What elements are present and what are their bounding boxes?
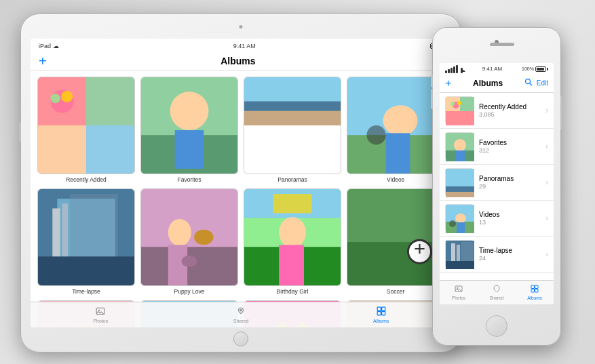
svg-rect-25 [38,256,134,285]
iphone-list-name-recently-added: Recently Added [479,103,540,110]
iphone-shared-icon [493,285,501,295]
ipad-tab-albums-label: Albums [373,319,389,323]
ipad-album-label-soccer: Soccer [387,288,404,295]
iphone-add-button[interactable]: + [445,77,451,89]
iphone-chevron-timelapse: › [545,249,548,259]
svg-point-6 [61,91,73,102]
ipad-navbar: + Albums [31,51,451,71]
ipad-home-button[interactable] [233,331,248,346]
iphone-list-info-panoramas: Panoramas 29 [479,175,540,190]
ipad-album-thumb-favorites [140,77,238,174]
iphone-signal-icon: ☁ [445,65,463,73]
ipad-album-thumb-puppy-love [140,188,238,286]
iphone-screen: ☁ 9:41 AM 100% + Albums [440,63,554,304]
svg-rect-4 [86,125,134,174]
iphone-battery-percent: 100% [522,66,534,71]
svg-rect-2 [86,77,134,125]
ipad-tabbar: Photos Shared Albums [31,302,451,327]
iphone-device: ☁ 9:41 AM 100% + Albums [432,27,561,346]
ipad-album-item[interactable]: Panoramas [244,77,341,183]
ipad-camera [239,25,243,28]
svg-point-7 [50,94,60,103]
ipad-album-item[interactable]: Time-lapse [37,188,135,295]
ipad-album-grid: Recently Added Favorites [31,71,451,327]
iphone-list-name-videos: Videos [479,211,540,218]
scene: iPad ☁ 9:41 AM + Albums [0,0,595,364]
ipad-shared-icon [236,306,246,318]
ipad-status-carrier: iPad ☁ [39,43,59,49]
svg-rect-81 [455,150,465,161]
svg-rect-94 [446,261,474,269]
ipad-album-label-videos: Videos [387,176,404,183]
svg-rect-99 [531,289,535,293]
iphone-chevron-favorites: › [545,142,548,151]
iphone-edit-button[interactable]: Edit [537,79,548,87]
svg-rect-97 [531,285,535,289]
ipad-tab-shared[interactable]: Shared [171,306,311,323]
svg-rect-100 [535,289,539,293]
svg-point-31 [182,256,197,267]
iphone-home-button[interactable] [486,315,507,337]
svg-point-65 [240,310,242,311]
svg-point-35 [279,217,306,247]
iphone-time: 9:41 AM [482,66,502,72]
ipad-side-button [19,123,21,142]
svg-point-70 [525,79,530,84]
svg-point-10 [170,92,209,130]
iphone-volume-down [431,89,433,109]
iphone-thumb-favorites [445,132,474,161]
iphone-navbar: + Albums Edit [440,74,554,93]
ipad-album-thumb-soccer [347,188,444,286]
svg-point-17 [383,105,418,136]
ipad-add-button[interactable]: + [39,54,47,68]
iphone-list-item-timelapse[interactable]: Time-lapse 24 › [440,237,554,272]
svg-rect-66 [377,307,381,310]
ipad-album-item[interactable]: Favorites [140,77,238,183]
ipad-album-item[interactable]: Birthday Girl [244,188,341,295]
iphone-search-button[interactable] [524,78,533,88]
ipad-album-label-timelapse: Time-lapse [72,288,100,295]
ipad-album-label-recently-added: Recently Added [66,176,107,183]
svg-point-96 [457,287,459,289]
ipad-device: iPad ☁ 9:41 AM + Albums [20,14,461,352]
svg-rect-67 [381,307,385,310]
ipad-album-thumb-birthday [244,188,341,286]
iphone-list-info-timelapse: Time-lapse 24 [479,247,540,262]
ipad-tab-photos[interactable]: Photos [31,306,171,323]
svg-rect-37 [273,194,312,213]
iphone-list-info-recently-added: Recently Added 3,085 [479,103,540,118]
iphone-list-name-favorites: Favorites [479,139,540,146]
ipad-album-item[interactable]: Recently Added [37,77,135,183]
ipad-tab-shared-label: Shared [233,319,249,323]
iphone-list-item-videos[interactable]: Videos 13 › [440,201,554,237]
iphone-list-count-timelapse: 24 [479,255,540,262]
svg-rect-83 [446,186,474,192]
ipad-tab-albums[interactable]: Albums [311,306,451,323]
svg-point-80 [454,139,466,151]
svg-point-19 [366,125,385,144]
iphone-chevron-videos: › [545,214,548,223]
svg-rect-14 [244,111,341,125]
svg-rect-88 [457,222,465,233]
iphone-list-item-recently-added[interactable]: Recently Added 3,085 › [440,93,554,129]
ipad-album-item[interactable]: Puppy Love [140,188,238,295]
iphone-thumb-timelapse [445,240,474,268]
ipad-tab-photos-label: Photos [93,319,108,323]
svg-point-89 [449,220,456,227]
iphone-list-name-timelapse: Time-lapse [479,247,540,254]
ipad-album-thumb-recently-added [37,77,135,174]
ipad-album-item[interactable]: Videos [347,77,444,183]
iphone-tab-albums[interactable]: Albums [516,285,554,300]
iphone-carrier: ☁ [461,68,463,73]
iphone-tab-photos[interactable]: Photos [440,285,478,300]
iphone-tab-shared[interactable]: Shared [478,285,516,300]
iphone-navbar-actions: Edit [524,78,548,88]
svg-point-77 [450,102,455,106]
iphone-list-name-panoramas: Panoramas [479,175,540,182]
iphone-list-item-panoramas[interactable]: Panoramas 29 › [440,165,554,201]
iphone-tab-shared-label: Shared [490,296,504,300]
iphone-list-item-favorites[interactable]: Favorites 312 › [440,129,554,165]
ipad-album-thumb-timelapse [37,188,135,286]
svg-rect-98 [535,285,539,289]
ipad-album-item[interactable]: Soccer [347,188,444,295]
